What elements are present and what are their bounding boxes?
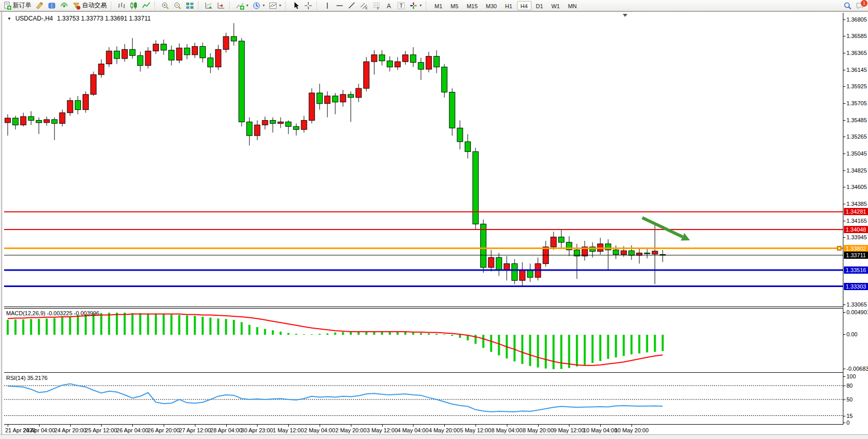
candlestick-chart[interactable] [4, 13, 843, 307]
chart-shift-marker [623, 14, 627, 17]
timeframe-mn-button[interactable]: MN [564, 1, 580, 10]
chart-info-line: ▼ USDCAD-,H4 1.33753 1.33773 1.33691 1.3… [7, 15, 151, 22]
dropdown-arrow-icon[interactable]: ▾ [279, 3, 281, 8]
svg-text:T: T [400, 3, 403, 9]
dropdown-arrow-icon[interactable]: ▾ [246, 3, 248, 8]
toolbar: 新订单自动交易▾▾▾EFAT▾M1M5M15M30H1H4D1W1MN [0, 0, 868, 11]
dropdown-arrow-icon[interactable]: ▾ [420, 3, 422, 8]
toolbar-separator [198, 2, 201, 10]
trendline-button[interactable] [346, 1, 358, 11]
macd-chart[interactable] [4, 309, 843, 372]
crosshair-button[interactable] [302, 1, 314, 11]
svg-text:F: F [377, 6, 379, 10]
axis-tick [843, 154, 845, 154]
chevron-down-icon[interactable]: ▼ [7, 16, 11, 21]
chart-shift-button[interactable] [215, 1, 227, 11]
price-tick-label: 1.36145 [846, 67, 867, 73]
rsi-chart[interactable] [4, 373, 843, 424]
channel-icon: E [360, 2, 368, 10]
indicators-button[interactable]: ▾ [234, 1, 250, 11]
horizontal-line-button[interactable] [333, 1, 346, 11]
timeframe-m1-button[interactable]: M1 [431, 1, 446, 10]
timeframe-w1-button[interactable]: W1 [548, 1, 564, 10]
macd-panel[interactable]: MACD(12,26,9) -0.003225 -0.003996 [4, 308, 843, 373]
zoom-in-button[interactable] [159, 1, 171, 11]
line-chart-button[interactable] [140, 1, 152, 11]
textA-icon: A [385, 2, 393, 10]
templates-button[interactable]: ▾ [267, 1, 283, 11]
market-button[interactable] [46, 1, 58, 11]
timeframe-m5-button[interactable]: M5 [447, 1, 462, 10]
auto-scroll-button[interactable] [203, 1, 215, 11]
axis-tick [843, 187, 845, 187]
price-tick-label: 1.35265 [846, 133, 867, 140]
price-line-badge: 1.33802 [844, 245, 868, 252]
macd-tick-label: 0.004901 [846, 309, 868, 315]
bar-chart-button[interactable] [115, 1, 128, 11]
time-tick-label: 1 May 12:00 [273, 427, 304, 433]
cursor-icon [292, 2, 300, 10]
macd-tick-label: 0.00 [846, 331, 857, 337]
text-button[interactable]: A [383, 1, 395, 11]
macd-tick-label: -0.006838 [846, 366, 868, 372]
price-chart-panel[interactable]: ▼ USDCAD-,H4 1.33753 1.33773 1.33691 1.3… [4, 13, 843, 307]
price-tick-label: 1.34825 [846, 167, 867, 174]
search-icon [843, 2, 852, 10]
fibonacci-button[interactable]: F [370, 1, 383, 11]
time-tick-label: 4 May 04:00 [398, 427, 429, 433]
price-axis[interactable]: 1.368051.365851.363651.361451.359251.357… [843, 13, 868, 308]
axis-tick [843, 36, 845, 36]
price-tick-label: 1.36805 [846, 16, 867, 23]
time-tick-label: 2 May 04:00 [304, 427, 336, 433]
signals-button[interactable] [58, 1, 70, 11]
arrows-button[interactable]: ▾ [407, 1, 424, 11]
timeframe-h4-button[interactable]: H4 [517, 1, 531, 10]
auto-trading-button[interactable]: 自动交易 [70, 1, 109, 11]
autoscroll-icon [205, 2, 213, 10]
time-tick-label: 27 Apr 12:00 [179, 427, 211, 433]
rsi-tick-label: 50 [846, 396, 853, 403]
notification-badge: 1 [861, 0, 867, 7]
toolbar-separator [285, 2, 288, 10]
price-tick-label: 1.33945 [846, 234, 867, 240]
text-label-button[interactable]: T [395, 1, 407, 11]
rsi-tick-label: 100 [846, 373, 856, 379]
signal-icon [60, 2, 68, 10]
periods-button[interactable]: ▾ [250, 1, 267, 11]
price-tick-label: 1.35705 [846, 100, 867, 106]
svg-text:A: A [387, 2, 391, 9]
timeframe-m15-button[interactable]: M15 [463, 1, 481, 10]
tile-windows-button[interactable] [184, 1, 196, 11]
price-line-badge: 1.34048 [844, 226, 868, 233]
toolbar-separator [317, 2, 320, 10]
equidistant-channel-button[interactable]: E [358, 1, 370, 11]
time-tick-label: 24 Apr 20:00 [54, 427, 86, 433]
macd-label: MACD(12,26,9) -0.003225 -0.003996 [6, 310, 100, 316]
arrows-icon [409, 2, 418, 10]
time-tick-label: 5 May 12:00 [460, 427, 491, 433]
styler-button[interactable] [33, 1, 46, 11]
dropdown-arrow-icon[interactable]: ▾ [263, 3, 265, 8]
zoom-out-button[interactable] [171, 1, 184, 11]
window-border [0, 11, 868, 12]
doc-plus-icon [3, 2, 11, 10]
timeframe-h1-button[interactable]: H1 [501, 1, 516, 10]
new-order-button[interactable]: 新订单 [1, 1, 33, 11]
cursor-button[interactable] [290, 1, 302, 11]
candlestick-chart-button[interactable] [128, 1, 140, 11]
hline-icon [336, 2, 344, 10]
fibo-icon: F [372, 2, 381, 10]
timeframe-d1-button[interactable]: D1 [532, 1, 547, 10]
chat-button[interactable]: 1 [854, 1, 866, 11]
price-tick-label: 1.34605 [846, 184, 867, 190]
rsi-tick-label: 0 [846, 419, 850, 426]
rsi-panel[interactable]: RSI(14) 35.2176 [4, 373, 843, 425]
symbol-label: USDCAD-,H4 [15, 15, 53, 22]
search-button[interactable] [841, 1, 854, 11]
vertical-line-button[interactable] [321, 1, 333, 11]
axis-tick [843, 86, 845, 87]
time-tick-label: 4 May 20:00 [429, 427, 460, 433]
textT-icon: T [397, 2, 405, 10]
timeframe-m30-button[interactable]: M30 [482, 1, 500, 10]
time-axis[interactable]: 21 Apr 202324 Apr 04:0024 Apr 20:0025 Ap… [4, 425, 843, 434]
